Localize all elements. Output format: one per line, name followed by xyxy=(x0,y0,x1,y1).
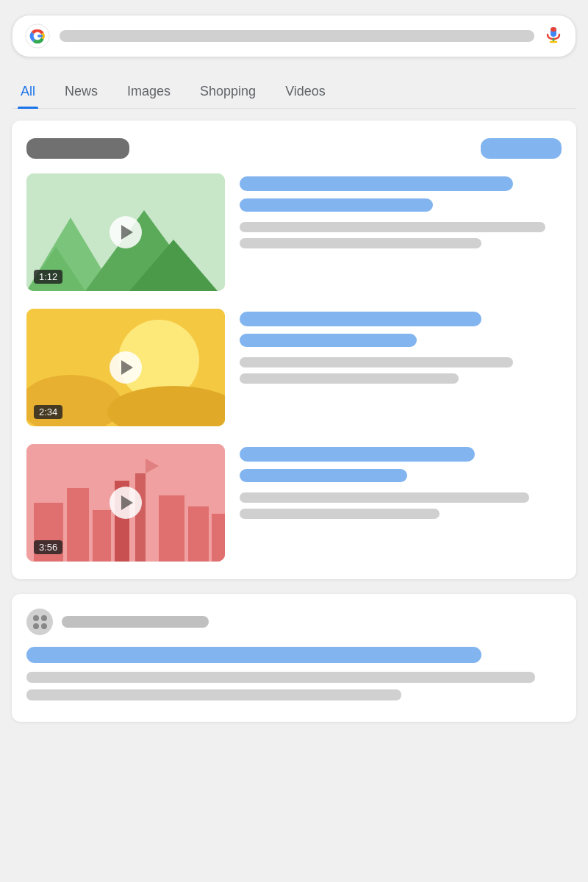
video-desc-bar-2a xyxy=(240,357,513,368)
tab-all[interactable]: All xyxy=(18,75,38,108)
video-item-2[interactable]: 2:34 xyxy=(26,309,562,426)
page-wrapper: All News Images Shopping Videos xyxy=(0,0,588,736)
svg-rect-25 xyxy=(212,514,225,562)
video-desc-bar-3b xyxy=(240,509,440,519)
mic-icon[interactable] xyxy=(543,24,564,48)
result-desc-2 xyxy=(26,689,401,700)
video-thumbnail-1[interactable]: 1:12 xyxy=(26,173,225,291)
play-button-1[interactable] xyxy=(110,216,142,248)
source-name xyxy=(62,616,209,628)
video-thumbnail-3[interactable]: 3:56 xyxy=(26,444,225,562)
tabs-container: All News Images Shopping Videos xyxy=(12,75,576,109)
tab-images[interactable]: Images xyxy=(124,75,173,108)
video-title-bar-2 xyxy=(240,312,481,326)
video-item-1[interactable]: 1:12 xyxy=(26,173,562,291)
video-desc-bar-3a xyxy=(240,492,529,503)
play-triangle-1 xyxy=(121,225,133,240)
video-subtitle-bar-2 xyxy=(240,334,417,347)
video-subtitle-bar-3 xyxy=(240,469,407,482)
tab-news[interactable]: News xyxy=(62,75,101,108)
video-info-2 xyxy=(240,309,562,390)
svg-rect-23 xyxy=(159,495,184,562)
second-result-card xyxy=(12,594,576,722)
result-title[interactable] xyxy=(26,647,481,663)
source-dots-grid xyxy=(33,615,47,629)
source-dot-4 xyxy=(41,623,47,629)
tab-shopping[interactable]: Shopping xyxy=(197,75,259,108)
google-logo xyxy=(24,23,51,49)
video-info-1 xyxy=(240,173,562,254)
svg-rect-24 xyxy=(188,506,209,562)
play-button-2[interactable] xyxy=(110,351,142,384)
svg-rect-19 xyxy=(93,510,111,562)
video-results-card: 1:12 xyxy=(12,121,576,579)
search-input[interactable] xyxy=(60,30,534,42)
video-desc-bar-1a xyxy=(240,222,545,232)
svg-rect-2 xyxy=(37,35,43,37)
duration-badge-2: 2:34 xyxy=(34,405,62,419)
video-info-3 xyxy=(240,444,562,525)
play-button-3[interactable] xyxy=(110,487,142,519)
video-item-3[interactable]: 3:56 xyxy=(26,444,562,562)
svg-rect-6 xyxy=(551,27,556,32)
source-dot-1 xyxy=(33,615,39,621)
video-title-bar-3 xyxy=(240,447,475,462)
video-thumbnail-2[interactable]: 2:34 xyxy=(26,309,225,426)
result-desc-1 xyxy=(26,672,535,683)
svg-rect-21 xyxy=(135,473,146,562)
video-desc-bar-2b xyxy=(240,373,459,384)
source-row xyxy=(26,609,562,635)
source-dot-3 xyxy=(33,623,39,629)
card-header xyxy=(26,138,562,159)
svg-rect-18 xyxy=(67,488,89,562)
tab-videos[interactable]: Videos xyxy=(282,75,329,108)
video-subtitle-bar-1 xyxy=(240,198,433,212)
play-triangle-3 xyxy=(121,495,133,510)
source-dot-2 xyxy=(41,615,47,621)
search-bar[interactable] xyxy=(12,15,576,57)
duration-badge-3: 3:56 xyxy=(34,540,62,554)
card-label xyxy=(26,138,129,159)
video-title-bar-1 xyxy=(240,176,513,191)
source-favicon xyxy=(26,609,53,635)
duration-badge-1: 1:12 xyxy=(34,270,62,284)
play-triangle-2 xyxy=(121,360,133,375)
video-desc-bar-1b xyxy=(240,238,481,248)
card-action[interactable] xyxy=(481,138,562,159)
